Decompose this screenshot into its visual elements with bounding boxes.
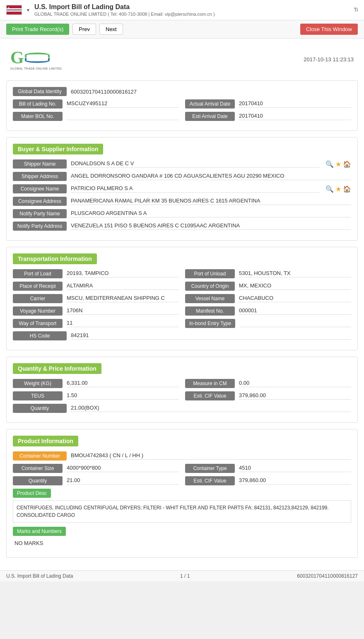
logo-curves <box>25 53 50 63</box>
product-quantity-group: Quantity 21.00 <box>13 476 179 485</box>
app-title: U.S. Import Bill of Lading Data <box>34 3 215 11</box>
product-esti-cif-label: Esti. CIF Value <box>185 476 235 485</box>
consignee-icons: 🔍 ★ 🏠 <box>325 185 351 193</box>
container-type-group: Container Type 4510 <box>185 464 351 473</box>
consignee-address-value: PANAMERICANA RAMAL PILAR KM 35 BUENOS AI… <box>71 198 351 205</box>
place-of-receipt-label: Place of Receipt <box>13 282 63 291</box>
hs-code-label: HS Code <box>13 331 67 340</box>
shipper-icons: 🔍 ★ 🏠 <box>325 160 351 168</box>
container-size-value: 4000*900*800 <box>67 465 179 472</box>
logo-curve-top <box>25 53 50 58</box>
teus-cif-row: TEUS 1.50 Esti. CIF Value 379,860.00 <box>13 391 351 404</box>
notify-party-address-row: Notify Party Address VENEZUELA 151 PISO … <box>13 222 351 231</box>
weight-value: 6,331.00 <box>67 380 179 387</box>
actual-arrival-label: Actual Arrival Date <box>185 99 235 109</box>
page-footer: U.S. Import Bill of Lading Data 1 / 1 60… <box>0 570 364 581</box>
vessel-name-label: Vessel Name <box>185 294 235 303</box>
star-icon-2[interactable]: ★ <box>335 185 341 193</box>
product-info-title: Product Information <box>13 436 78 446</box>
way-of-transport-label: Way of Transport <box>13 319 63 328</box>
voyage-manifest-row: Voyage Number 1706N Manifest No. 000001 <box>13 306 351 319</box>
prev-button[interactable]: Prev <box>72 24 96 35</box>
notify-party-name-label: Notify Party Name <box>13 209 67 218</box>
product-desc-text: CENTRIFUGES, INCLUDING CENTRIFUGAL DRYER… <box>17 505 329 518</box>
teus-group: TEUS 1.50 <box>13 391 179 400</box>
product-quantity-label: Quantity <box>13 476 63 485</box>
transportation-title: Transportation Information <box>13 253 97 264</box>
identity-section: Global Data Identity 6003201704110000816… <box>6 80 358 131</box>
bill-of-lading-group: Bill of Lading No. MSCUZY495112 <box>13 99 179 109</box>
quantity-label: Quantity <box>13 404 67 413</box>
country-of-origin-value: MX, MEXICO <box>239 282 351 290</box>
weight-label: Weight (KG) <box>13 379 63 388</box>
product-desc-button[interactable]: Product Desc <box>13 489 51 498</box>
esti-cif-value: 379,860.00 <box>239 392 351 400</box>
top-header: ▼ U.S. Import Bill of Lading Data GLOBAL… <box>0 0 364 20</box>
way-of-transport-group: Way of Transport 11 <box>13 319 179 328</box>
container-size-group: Container Size 4000*900*800 <box>13 464 179 473</box>
quantity-price-title: Quantity & Price Information <box>13 363 101 374</box>
product-qty-cif-row: Quantity 21.00 Esti. CIF Value 379,860.0… <box>13 476 351 489</box>
mater-bol-value <box>67 113 179 120</box>
product-desc-value: CENTRIFUGES, INCLUDING CENTRIFUGAL DRYER… <box>13 500 351 523</box>
transportation-section: Transportation Information Port of Load … <box>6 247 358 350</box>
container-size-label: Container Size <box>13 464 63 473</box>
vessel-name-value: CHACABUCO <box>239 295 351 302</box>
measure-label: Measure in CM <box>185 379 235 388</box>
inbond-entry-label: In-bond Entry Type <box>185 319 235 328</box>
carrier-group: Carrier MSCU, MEDITERRANEAN SHIPPING C <box>13 294 179 303</box>
bill-of-lading-label: Bill of Lading No. <box>13 99 63 109</box>
main-content: G GLOBAL TRADE ONLINE LIMITED 2017-10-13… <box>0 39 364 570</box>
voyage-number-group: Voyage Number 1706N <box>13 306 179 316</box>
record-datetime: 2017-10-13 11:23:13 <box>304 56 354 63</box>
voyage-number-value: 1706N <box>67 307 179 315</box>
logo-company-name: GLOBAL TRADE ONLINE LIMITED <box>10 67 62 70</box>
container-size-type-row: Container Size 4000*900*800 Container Ty… <box>13 464 351 476</box>
container-number-row: Container Number BMOU4742843 ( CN / L / … <box>13 451 351 461</box>
actual-arrival-value: 20170410 <box>239 100 351 108</box>
place-of-receipt-value: ALTAMIRA <box>67 282 179 290</box>
inbond-entry-value <box>239 320 351 327</box>
consignee-name-label: Consignee Name <box>13 184 67 193</box>
esti-arrival-label: Esti Arrival Date <box>185 112 235 121</box>
esti-arrival-group: Esti Arrival Date 20170410 <box>185 112 351 121</box>
quantity-value: 21.00(BOX) <box>71 405 351 412</box>
product-info-section: Product Information Container Number BMO… <box>6 429 358 558</box>
bol-row: Bill of Lading No. MSCUZY495112 Actual A… <box>13 99 351 112</box>
logo-curve-bottom <box>25 58 50 63</box>
dropdown-arrow-icon[interactable]: ▼ <box>26 8 30 12</box>
quantity-row: Quantity 21.00(BOX) <box>13 404 351 413</box>
product-esti-cif-value: 379,860.00 <box>239 477 351 485</box>
consignee-name-value: PATRICIO PALMERO S A <box>71 185 319 193</box>
global-data-identity-value: 6003201704110000816127 <box>71 89 351 95</box>
notify-party-name-value: PLUSCARGO ARGENTINA S A <box>71 210 351 217</box>
search-icon-2[interactable]: 🔍 <box>325 185 334 193</box>
footer-left: U.S. Import Bill of Lading Data <box>6 573 73 579</box>
star-icon[interactable]: ★ <box>335 160 341 168</box>
shipper-name-value: DONALDSON S A DE C V <box>71 160 319 168</box>
product-quantity-value: 21.00 <box>67 477 179 485</box>
vessel-name-group: Vessel Name CHACABUCO <box>185 294 351 303</box>
mater-bol-row: Mater BOL No. Esti Arrival Date 20170410 <box>13 112 351 124</box>
measure-group: Measure in CM 0.00 <box>185 379 351 388</box>
receipt-origin-row: Place of Receipt ALTAMIRA Country of Ori… <box>13 282 351 294</box>
logo-g: G <box>10 49 24 66</box>
home-icon-2[interactable]: 🏠 <box>343 185 351 193</box>
carrier-vessel-row: Carrier MSCU, MEDITERRANEAN SHIPPING C V… <box>13 294 351 306</box>
print-button[interactable]: Print Trade Record(s) <box>6 24 69 35</box>
port-of-unload-value: 5301, HOUSTON, TX <box>239 270 351 277</box>
voyage-number-label: Voyage Number <box>13 306 63 316</box>
mater-bol-group: Mater BOL No. <box>13 112 179 121</box>
teus-label: TEUS <box>13 391 63 400</box>
bill-of-lading-value: MSCUZY495112 <box>67 100 179 108</box>
notify-party-address-value: VENEZUELA 151 PISO 5 BUENOS AIRES C C109… <box>71 222 351 230</box>
country-of-origin-label: Country of Origin <box>185 282 235 291</box>
footer-center: 1 / 1 <box>180 573 190 579</box>
close-button[interactable]: Close This Window <box>300 24 358 35</box>
shipper-address-label: Shipper Address <box>13 172 67 181</box>
search-icon[interactable]: 🔍 <box>325 160 334 168</box>
home-icon[interactable]: 🏠 <box>343 160 351 168</box>
marks-numbers-button[interactable]: Marks and Numbers <box>13 527 66 536</box>
next-button[interactable]: Next <box>99 24 123 35</box>
product-esti-cif-group: Esti. CIF Value 379,860.00 <box>185 476 351 485</box>
